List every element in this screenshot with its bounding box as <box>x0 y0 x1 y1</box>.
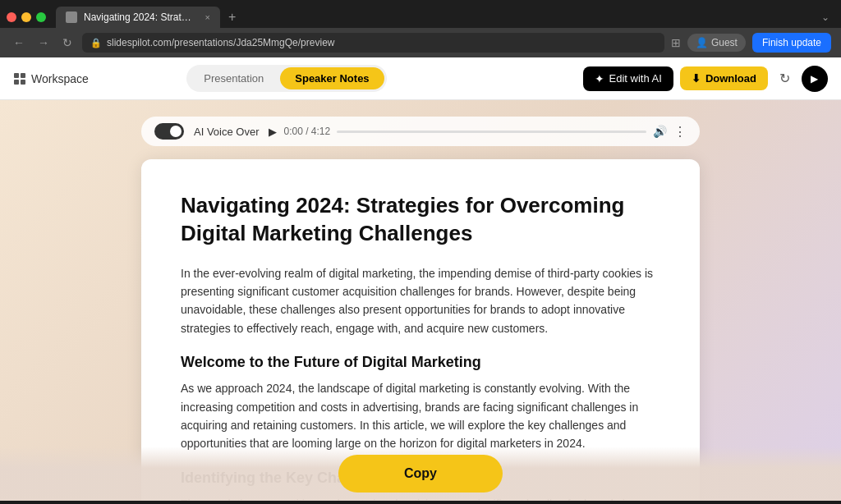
finish-update-label: Finish update <box>762 37 821 48</box>
guest-icon: 👤 <box>696 37 708 48</box>
finish-update-button[interactable]: Finish update <box>752 33 831 53</box>
play-icon: ▶ <box>811 73 818 85</box>
traffic-light-red[interactable] <box>7 12 16 22</box>
address-bar: ← → ↻ 🔒 slidespilot.com/presentations/Jd… <box>0 28 841 57</box>
copy-bar: Copy <box>0 447 841 501</box>
refresh-icon: ↻ <box>779 71 790 85</box>
document-intro: In the ever-evolving realm of digital ma… <box>181 264 660 338</box>
audio-player: ▶ 0:00 / 4:12 🔊 ⋮ <box>269 124 687 140</box>
audio-more-button[interactable]: ⋮ <box>673 124 687 140</box>
voice-over-toggle[interactable] <box>154 123 184 140</box>
section1-heading: Welcome to the Future of Digital Marketi… <box>181 354 660 371</box>
svg-rect-0 <box>14 73 19 78</box>
document-title: Navigating 2024: Strategies for Overcomi… <box>181 192 660 248</box>
main-content-area: AI Voice Over ▶ 0:00 / 4:12 🔊 ⋮ Navigati… <box>0 100 841 501</box>
tab-speaker-notes[interactable]: Speaker Notes <box>280 67 384 89</box>
guest-label: Guest <box>711 37 738 48</box>
nav-refresh-button[interactable]: ↻ <box>59 34 76 51</box>
guest-button[interactable]: 👤 Guest <box>687 34 746 52</box>
tab-more-button[interactable]: ⌄ <box>816 8 834 26</box>
volume-button[interactable]: 🔊 <box>653 125 667 138</box>
tab-presentation[interactable]: Presentation <box>189 67 278 89</box>
reader-view-button[interactable]: ⊞ <box>671 36 681 49</box>
refresh-button[interactable]: ↻ <box>774 66 795 91</box>
traffic-light-green[interactable] <box>36 12 46 22</box>
new-tab-button[interactable]: + <box>223 8 241 26</box>
svg-rect-1 <box>21 73 25 78</box>
url-bar[interactable]: 🔒 slidespilot.com/presentations/Jda25Mmg… <box>82 33 664 53</box>
svg-rect-2 <box>14 80 19 85</box>
audio-current-time: 0:00 <box>283 126 302 137</box>
audio-progress-bar[interactable] <box>337 131 646 133</box>
edit-ai-label: Edit with AI <box>609 72 662 85</box>
edit-with-ai-button[interactable]: ✦ Edit with AI <box>583 66 673 91</box>
tab-favicon <box>66 11 77 23</box>
nav-back-button[interactable]: ← <box>10 34 28 51</box>
browser-tab-active[interactable]: Navigating 2024: Strategies f... × <box>56 7 220 28</box>
edit-ai-icon: ✦ <box>595 72 604 85</box>
tab-title: Navigating 2024: Strategies f... <box>84 11 195 23</box>
toolbar-right-actions: ✦ Edit with AI ⬇ Download ↻ ▶ <box>583 66 828 92</box>
workspace-button[interactable]: Workspace <box>13 72 89 85</box>
view-tab-switcher: Presentation Speaker Notes <box>186 65 386 92</box>
toggle-thumb <box>170 126 182 137</box>
url-lock-icon: 🔒 <box>90 38 102 48</box>
download-icon: ⬇ <box>692 72 701 85</box>
app-toolbar: Workspace Presentation Speaker Notes ✦ E… <box>0 57 841 100</box>
voice-over-label: AI Voice Over <box>194 126 259 138</box>
tab-close-button[interactable]: × <box>205 12 210 22</box>
copy-button[interactable]: Copy <box>338 455 503 493</box>
voice-over-bar: AI Voice Over ▶ 0:00 / 4:12 🔊 ⋮ <box>141 117 700 146</box>
nav-forward-button[interactable]: → <box>34 34 53 51</box>
workspace-label: Workspace <box>31 72 89 85</box>
play-button[interactable]: ▶ <box>802 66 828 92</box>
audio-play-button[interactable]: ▶ <box>269 126 277 138</box>
download-label: Download <box>705 72 756 85</box>
audio-time-display: 0:00 / 4:12 <box>283 126 330 137</box>
traffic-light-yellow[interactable] <box>21 12 31 22</box>
url-text: slidespilot.com/presentations/Jda25MmgQe… <box>107 37 334 48</box>
download-button[interactable]: ⬇ Download <box>680 66 768 90</box>
svg-rect-3 <box>21 80 25 85</box>
workspace-icon <box>13 72 26 85</box>
section1-text: As we approach 2024, the landscape of di… <box>181 379 660 453</box>
audio-total-time: 4:12 <box>311 126 330 137</box>
